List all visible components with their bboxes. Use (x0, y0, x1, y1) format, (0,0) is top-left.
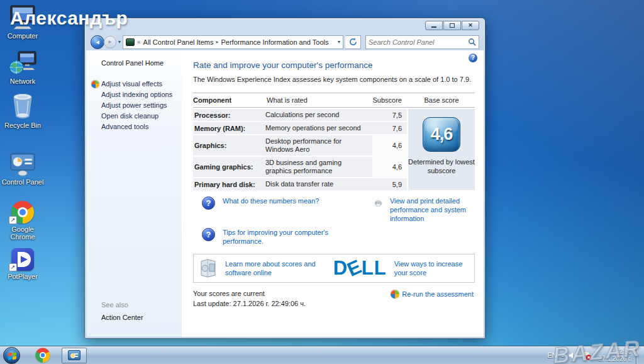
sidebar-item-adjust-visual-effects[interactable]: Adjust visual effects (86, 81, 182, 88)
sidebar-item-label: Advanced tools (101, 123, 148, 130)
back-arrow-icon: ◄ (95, 39, 101, 45)
scores-status-text: Your scores are current (193, 290, 306, 297)
sidebar-item-label: Adjust indexing options (101, 91, 172, 98)
bazar-watermark: BAZAR (552, 335, 642, 364)
row-subscore-lowest: 4,6 (372, 157, 407, 177)
seller-name-watermark: Александър (10, 8, 128, 29)
shortcut-arrow-icon: ↗ (9, 216, 17, 224)
status-row: Your scores are current Last update: 27.… (193, 290, 475, 307)
close-button[interactable]: ✕ (462, 21, 479, 30)
refresh-icon (349, 38, 357, 46)
search-icon[interactable] (468, 38, 476, 46)
desktop-icon-control-panel[interactable]: Control Panel (1, 151, 44, 186)
breadcrumb-item-performance[interactable]: Performance Information and Tools (221, 38, 328, 46)
minimize-button[interactable] (425, 21, 443, 30)
row-subscore: 7,6 (372, 122, 407, 134)
taskbar-chrome-button[interactable] (35, 348, 50, 362)
back-button[interactable]: ◄ (91, 35, 104, 49)
help-icon[interactable]: ? (469, 54, 477, 62)
recycle-bin-icon (1, 94, 44, 120)
base-score-caption: Determined by lowest subscore (408, 157, 475, 175)
network-icon (1, 50, 44, 76)
desktop-icon-label: PotPlayer (1, 273, 44, 280)
window-caption-buttons: ✕ (425, 21, 479, 30)
header-component: Component (193, 96, 265, 104)
link-item-view-print: View and print detailed performance and … (349, 196, 475, 223)
desktop-icon-recycle-bin[interactable]: Recycle Bin (1, 94, 44, 129)
last-update-text: Last update: 27.1.2026 г. 22:49:06 ч. (193, 300, 306, 307)
breadcrumb-overflow-icon[interactable]: « (137, 38, 141, 45)
question-icon: ? (202, 196, 215, 210)
sidebar-item-adjust-power-settings[interactable]: Adjust power settings (86, 102, 182, 109)
row-component: Graphics: (193, 140, 265, 151)
table-row-gaming-graphics: Gaming graphics: 3D business and gaming … (193, 157, 407, 177)
software-box-icon (200, 259, 216, 278)
recent-pages-dropdown[interactable]: ▾ (118, 39, 121, 45)
desktop-icon-label: Computer (1, 32, 44, 40)
row-component: Processor: (193, 110, 265, 121)
rerun-assessment[interactable]: Re-run the assessment (391, 290, 474, 299)
row-rated: Desktop performance for Windows Aero (265, 135, 372, 156)
forward-arrow-icon: ► (108, 39, 113, 45)
printer-icon (374, 196, 382, 210)
row-component: Memory (RAM): (193, 123, 265, 134)
learn-more-link[interactable]: Learn more about scores and software onl… (225, 259, 319, 277)
row-rated: 3D business and gaming graphics performa… (265, 157, 372, 177)
forward-button[interactable]: ► (104, 36, 116, 48)
search-input[interactable] (369, 38, 468, 46)
tips-link[interactable]: Tips for improving your computer's perfo… (223, 228, 330, 246)
table-row-graphics: Graphics: Desktop performance for Window… (193, 135, 407, 156)
sidebar: Control Panel Home Adjust visual effects… (86, 50, 182, 337)
increase-score-link[interactable]: View ways to increase your score (394, 259, 468, 277)
row-subscore: 5,9 (372, 178, 407, 190)
windows-flag-icon (8, 352, 16, 360)
maximize-button[interactable] (443, 21, 461, 30)
sidebar-item-control-panel-home[interactable]: Control Panel Home (101, 59, 182, 67)
main-content: ? Rate and improve your computer's perfo… (182, 50, 484, 337)
taskbar-control-panel-button[interactable] (62, 348, 87, 363)
desktop-icon-label: Google Chrome (1, 225, 44, 241)
refresh-button[interactable] (345, 35, 361, 49)
control-panel-window: ✕ ◄ ► ▾ « All Control Panel Items ▸ Perf… (84, 18, 486, 339)
row-component: Gaming graphics: (193, 161, 265, 173)
table-row-processor: Processor: Calculations per second 7,5 (193, 109, 407, 121)
sidebar-item-label: Adjust visual effects (101, 80, 162, 88)
sidebar-item-open-disk-cleanup[interactable]: Open disk cleanup (86, 113, 182, 120)
sidebar-item-adjust-indexing-options[interactable]: Adjust indexing options (86, 91, 182, 98)
address-dropdown-icon[interactable]: ▾ (338, 39, 340, 45)
link-item-tips: ? Tips for improving your computer's per… (193, 228, 349, 246)
desktop-icon-potplayer[interactable]: ↗ PotPlayer (1, 246, 44, 280)
header-what-is-rated: What is rated (267, 96, 371, 104)
base-score-panel: 4,6 Determined by lowest subscore (408, 109, 475, 190)
start-button[interactable] (3, 347, 20, 364)
row-component: Primary hard disk: (193, 179, 265, 190)
wei-table: Component What is rated Subscore Base sc… (193, 93, 475, 190)
control-panel-icon (68, 350, 80, 360)
table-row-memory: Memory (RAM): Memory operations per seco… (193, 122, 407, 134)
page-subtitle: The Windows Experience Index assesses ke… (193, 76, 475, 83)
partner-box: Learn more about scores and software onl… (193, 254, 475, 283)
breadcrumb-item-all-control-panel-items[interactable]: All Control Panel Items (143, 38, 214, 46)
desktop-icon-network[interactable]: Network (1, 50, 44, 85)
chrome-icon (35, 348, 50, 362)
sidebar-item-label: Open disk cleanup (101, 112, 158, 120)
sidebar-item-action-center[interactable]: Action Center (101, 313, 143, 322)
sidebar-item-advanced-tools[interactable]: Advanced tools (86, 123, 182, 130)
page-title: Rate and improve your computer's perform… (193, 60, 475, 70)
dell-letter: L (374, 259, 387, 278)
sidebar-item-label: Adjust power settings (101, 101, 167, 109)
desktop-icon-google-chrome[interactable]: ↗ Google Chrome (1, 198, 44, 241)
taskbar: EN ▴ 22:50 27.1.2026 г. (0, 346, 644, 364)
rerun-assessment-link[interactable]: Re-run the assessment (402, 290, 474, 299)
view-print-link[interactable]: View and print detailed performance and … (390, 196, 475, 223)
row-rated: Calculations per second (265, 109, 372, 121)
numbers-meaning-link[interactable]: What do these numbers mean? (223, 196, 319, 205)
breadcrumb[interactable]: « All Control Panel Items ▸ Performance … (123, 35, 343, 49)
dell-logo: D E L L (333, 259, 387, 278)
uac-shield-icon (91, 80, 99, 88)
header-subscore: Subscore (372, 96, 407, 104)
control-panel-icon (1, 151, 44, 176)
desktop-icon-label: Network (1, 77, 44, 85)
breadcrumb-separator-icon: ▸ (216, 39, 218, 45)
search-box[interactable] (365, 35, 479, 49)
